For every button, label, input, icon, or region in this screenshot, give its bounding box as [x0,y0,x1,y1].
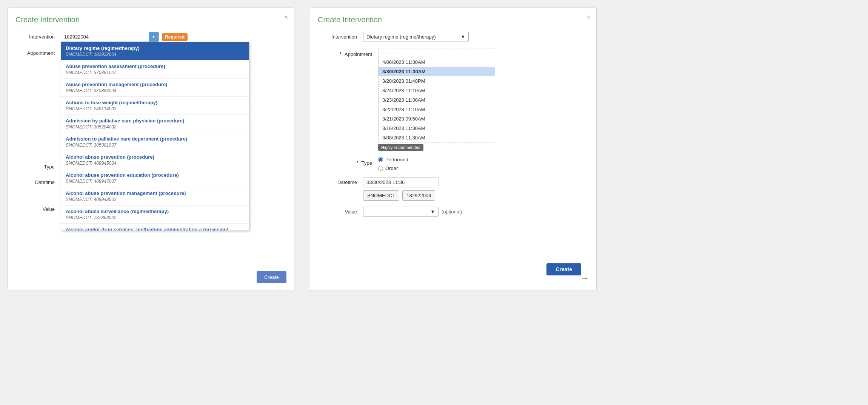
dropdown-item-2[interactable]: Abuse prevention management (procedure) … [61,79,249,97]
type-order-radio[interactable] [378,166,383,171]
value-select-arrow: ▼ [430,209,435,215]
appointment-item-8[interactable]: 3/08/2023 11:30AM [379,133,495,142]
dropdown-item-3[interactable]: Actions to lose weight (regime/therapy) … [61,97,249,115]
dialog-title-left: Create Intervention [15,15,286,24]
dropdown-item-name-4: Admission by palliative care physician (… [66,118,245,124]
intervention-input[interactable] [61,32,149,42]
type-radio-group: Performed Order [378,157,408,171]
optional-label: (optional) [442,209,462,215]
close-button-right[interactable]: × [587,14,590,21]
dropdown-item-name-5: Admission to palliative care department … [66,136,245,142]
dropdown-item-10[interactable]: Alcohol and/or drug services; methadone … [61,224,249,231]
intervention-label-left: Intervention [15,32,61,40]
intervention-select-value: Dietary regime (regime/therapy) [366,34,436,40]
appointment-item-2[interactable]: 3/28/2023 01:40PM [379,76,495,86]
dropdown-item-name-2: Abuse prevention management (procedure) [66,82,245,87]
appointment-item-3[interactable]: 3/24/2023 11:10AM [379,86,495,95]
dropdown-item-9[interactable]: Alcohol abuse surveillance (regime/thera… [61,206,249,224]
dropdown-item-name-6: Alcohol abuse prevention (procedure) [66,154,245,160]
intervention-label-right: Intervention [318,32,363,40]
appointment-item-0[interactable]: 4/06/2023 11:30AM [379,57,495,67]
dropdown-item-code-7: SNOMEDCT: 408947007 [66,179,245,184]
code-value: 182922004 [402,190,435,201]
snomedct-label: SNOMEDCT [363,190,399,201]
value-select[interactable]: ▼ [363,207,439,217]
dropdown-item-1[interactable]: Abuse prevention assessment (procedure) … [61,60,249,79]
dropdown-item-4[interactable]: Admission by palliative care physician (… [61,115,249,133]
highly-recommended-badge: Highly recommended [378,144,423,151]
dropdown-item-name-1: Abuse prevention assessment (procedure) [66,63,245,69]
dropdown-item-name-10: Alcohol and/or drug services; methadone … [66,227,245,231]
dropdown-item-name-7: Alcohol abuse prevention education (proc… [66,172,245,178]
type-order[interactable]: Order [378,165,408,171]
dropdown-item-code-8: SNOMEDCT: 408948002 [66,197,245,202]
appointment-item-4[interactable]: 3/23/2023 11:30AM [379,95,495,105]
dropdown-item-6[interactable]: Alcohol abuse prevention (procedure) SNO… [61,151,249,169]
value-label-left: Value [15,204,61,212]
type-label-left: Type [15,162,61,170]
dropdown-item-code-9: SNOMEDCT: 737363002 [66,215,245,220]
appointment-arrow-icon: → [335,48,343,58]
close-button-left[interactable]: × [285,14,288,21]
dropdown-item-code-2: SNOMEDCT: 370884004 [66,88,245,93]
dropdown-item-code-6: SNOMEDCT: 408945004 [66,161,245,166]
dropdown-item-code-4: SNOMEDCT: 305284002 [66,124,245,130]
dropdown-item-name-8: Alcohol abuse prevention management (pro… [66,190,245,196]
appointment-item-6[interactable]: 3/21/2023 09:50AM [379,114,495,124]
intervention-select-arrow: ▼ [460,34,465,40]
type-arrow-icon: → [352,157,360,167]
appointment-item-1[interactable]: 3/30/2023 11:30AM [379,67,495,76]
datetime-input[interactable] [363,177,439,187]
dropdown-item-7[interactable]: Alcohol abuse prevention education (proc… [61,169,249,187]
appointment-list[interactable]: --------- 4/06/2023 11:30AM 3/30/2023 11… [378,48,495,142]
dropdown-item-name-0: Dietary regime (regime/therapy) [66,45,245,51]
intervention-dropdown-arrow[interactable]: ▼ [149,32,159,42]
dropdown-item-0[interactable]: Dietary regime (regime/therapy) SNOMEDCT… [61,42,249,60]
dropdown-item-code-1: SNOMEDCT: 370881007 [66,70,245,75]
appointment-item-5[interactable]: 3/22/2023 11:10AM [379,105,495,114]
value-row: ▼ (optional) [363,207,462,217]
create-button-right[interactable]: Create [546,263,581,275]
dropdown-item-5[interactable]: Admission to palliative care department … [61,133,249,151]
create-button-left[interactable]: Create [257,271,286,283]
type-performed-label: Performed [385,157,408,162]
type-order-label: Order [385,165,398,171]
dropdown-item-code-0: SNOMEDCT: 182922004 [66,52,245,57]
type-performed-radio[interactable] [378,157,383,162]
appointment-item-7[interactable]: 3/16/2023 11:30AM [379,124,495,133]
datetime-label-right: Datetime [318,177,363,185]
dialog-title-right: Create Intervention [318,15,589,24]
intervention-select[interactable]: Dietary regime (regime/therapy) ▼ [363,32,469,42]
intervention-input-wrap[interactable]: ▼ [61,32,159,42]
appointment-label-right: Appointment [345,49,372,57]
value-label-right: Value [318,207,363,215]
dropdown-item-name-9: Alcohol abuse surveillance (regime/thera… [66,209,245,214]
dropdown-item-code-3: SNOMEDCT: 248114003 [66,106,245,111]
type-performed[interactable]: Performed [378,157,408,162]
create-arrow-icon: → [580,273,589,283]
dropdown-item-code-5: SNOMEDCT: 305381007 [66,142,245,148]
dropdown-item-name-3: Actions to lose weight (regime/therapy) [66,100,245,105]
datetime-label-left: Datetime [15,177,61,185]
intervention-dropdown-list: Dietary regime (regime/therapy) SNOMEDCT… [61,42,249,231]
type-label-right: Type [362,158,372,166]
appointment-label-left: Appointment [15,48,61,56]
appointment-item-separator[interactable]: --------- [379,48,495,57]
dropdown-item-8[interactable]: Alcohol abuse prevention management (pro… [61,187,249,206]
required-badge: Required [162,33,188,41]
